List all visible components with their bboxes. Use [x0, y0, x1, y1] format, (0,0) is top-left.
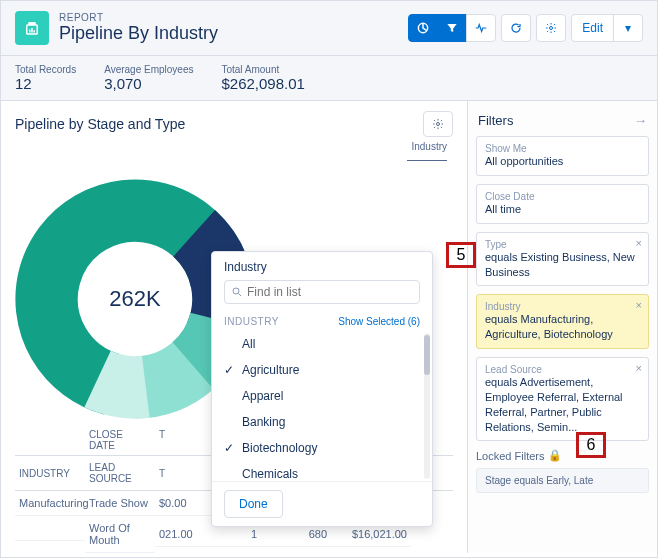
chart-toggle-button[interactable]: [408, 14, 438, 42]
svg-point-6: [550, 27, 553, 30]
refresh-button[interactable]: [501, 14, 531, 42]
chart-legend: Industry: [15, 141, 453, 163]
svg-rect-3: [31, 28, 33, 33]
close-icon[interactable]: ×: [636, 362, 642, 374]
show-selected-link[interactable]: Show Selected (6): [338, 316, 420, 327]
col-t[interactable]: T: [155, 462, 201, 485]
col-industry[interactable]: INDUSTRY: [15, 462, 85, 485]
chart-title: Pipeline by Stage and Type: [15, 116, 185, 132]
popover-scrollbar[interactable]: [424, 333, 430, 479]
edit-dropdown-button[interactable]: ▾: [613, 14, 643, 42]
annotation-5: 5: [446, 242, 476, 268]
filter-card-industry[interactable]: × Industry equals Manufacturing, Agricul…: [476, 294, 649, 349]
search-icon: [231, 286, 243, 298]
lock-icon: 🔒: [548, 449, 562, 462]
svg-rect-2: [29, 30, 31, 33]
activity-button[interactable]: [466, 14, 496, 42]
popover-list: All ✓Agriculture Apparel Banking ✓Biotec…: [212, 331, 432, 481]
svg-point-7: [437, 123, 440, 126]
check-icon: ✓: [224, 363, 234, 377]
annotation-6: 6: [576, 432, 606, 458]
main-panel: Pipeline by Stage and Type Industry 262K…: [1, 101, 467, 553]
locked-filter: Stage equals Early, Late: [476, 468, 649, 493]
popover-item[interactable]: Banking: [212, 409, 432, 435]
popover-item[interactable]: All: [212, 331, 432, 357]
donut-center-value: 262K: [109, 286, 160, 312]
popover-category-label: INDUSTRY: [224, 316, 279, 327]
svg-rect-4: [34, 30, 36, 32]
summary-bar: Total Records 12 Average Employees 3,070…: [1, 56, 657, 101]
popover-item[interactable]: ✓Agriculture: [212, 357, 432, 383]
header-eyebrow: REPORT: [59, 12, 408, 23]
filter-card-show-me[interactable]: Show Me All opportunities: [476, 136, 649, 176]
filters-title: Filters →: [476, 111, 649, 136]
locked-filters-title: Locked Filters 🔒: [476, 449, 649, 462]
check-icon: ✓: [224, 441, 234, 455]
report-icon: [15, 11, 49, 45]
summary-avg-employees: Average Employees 3,070: [104, 64, 193, 92]
close-icon[interactable]: ×: [636, 237, 642, 249]
filter-toggle-button[interactable]: [437, 14, 467, 42]
chart-settings-button[interactable]: [423, 111, 453, 137]
settings-button[interactable]: [536, 14, 566, 42]
filter-card-type[interactable]: × Type equals Existing Business, New Bus…: [476, 232, 649, 287]
close-icon[interactable]: ×: [636, 299, 642, 311]
arrow-right-icon[interactable]: →: [634, 113, 647, 128]
header-actions: Edit ▾: [408, 14, 643, 42]
report-header: REPORT Pipeline By Industry Edit ▾: [1, 1, 657, 56]
summary-total-amount: Total Amount $262,098.01: [221, 64, 304, 92]
legend-stub: [407, 160, 447, 161]
col-lead-source[interactable]: LEAD SOURCE: [85, 456, 155, 490]
industry-filter-popover: Industry INDUSTRY Show Selected (6) All …: [211, 251, 433, 527]
edit-button[interactable]: Edit: [571, 14, 614, 42]
page-title: Pipeline By Industry: [59, 23, 408, 44]
filter-card-close-date[interactable]: Close Date All time: [476, 184, 649, 224]
done-button[interactable]: Done: [224, 490, 283, 518]
summary-total-records: Total Records 12: [15, 64, 76, 92]
popover-item[interactable]: ✓Biotechnology: [212, 435, 432, 461]
svg-point-13: [233, 288, 239, 294]
popover-search-input[interactable]: [247, 285, 413, 299]
popover-title: Industry: [224, 260, 420, 274]
popover-search[interactable]: [224, 280, 420, 304]
filter-card-lead-source[interactable]: × Lead Source equals Advertisement, Empl…: [476, 357, 649, 441]
popover-item[interactable]: Chemicals: [212, 461, 432, 481]
filters-panel: Filters → Show Me All opportunities Clos…: [467, 101, 657, 553]
popover-item[interactable]: Apparel: [212, 383, 432, 409]
header-title-block: REPORT Pipeline By Industry: [59, 12, 408, 44]
